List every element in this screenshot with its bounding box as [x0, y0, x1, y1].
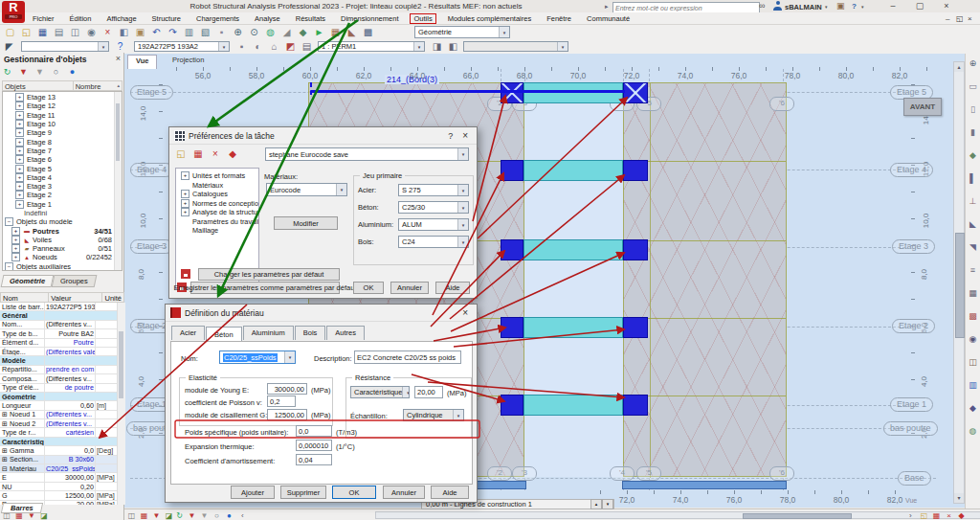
grid-icon[interactable]: ▦	[968, 287, 979, 299]
load-case-combo[interactable]: 1 : PERM1 ▾	[318, 41, 425, 52]
property-grid-header[interactable]: Nom Valeur Unité	[0, 292, 124, 303]
property-row[interactable]: ⊞ Noeud 1 (Différentes v...	[0, 411, 117, 419]
support-icon[interactable]: ⊥	[968, 195, 979, 207]
menu-item[interactable]: Affichage	[102, 13, 140, 24]
chevron-down-icon[interactable]: ▾	[457, 148, 468, 160]
home-view-icon[interactable]: ⌂	[268, 40, 280, 53]
expand-icon[interactable]: +	[15, 147, 24, 155]
bars-table-icon[interactable]: ▦	[14, 511, 24, 520]
expand-icon[interactable]: +	[15, 191, 24, 199]
tree-item-story[interactable]: + Etage 5	[3, 164, 122, 172]
minimize-button[interactable]: –	[882, 1, 903, 11]
template-view-icon[interactable]: ▯	[968, 103, 979, 115]
select-pointer-icon[interactable]: ◤	[3, 40, 15, 53]
coupling-beam-story2[interactable]	[501, 317, 648, 338]
unit-weight-field[interactable]: 0,0	[296, 425, 332, 437]
preferences-tree-item[interactable]: + Catalogues	[176, 190, 258, 199]
expand-icon[interactable]: +	[15, 182, 24, 191]
preferences-tree-item[interactable]: + Matériaux	[176, 181, 258, 191]
coupling-beam-story3[interactable]	[501, 239, 648, 260]
search-icon[interactable]: ○	[51, 67, 61, 78]
prev-case-icon[interactable]: ◨	[431, 40, 443, 53]
help-icon[interactable]: ?	[852, 2, 857, 11]
next-case-icon[interactable]: ◧	[447, 40, 459, 53]
material-tab[interactable]: Bois	[295, 326, 326, 340]
beam-end-node[interactable]	[623, 82, 648, 103]
tree-item-object[interactable]: + ▲ Noeuds 0/22452	[3, 253, 122, 261]
property-row[interactable]: Composa... (Différentes v...	[0, 374, 117, 383]
help-button[interactable]: Aide	[435, 282, 470, 294]
default-preferences-icon[interactable]: ◆	[956, 510, 967, 520]
poisson-field[interactable]: 0,2	[267, 396, 296, 407]
tree-item-story[interactable]: + Etage 9	[3, 128, 122, 137]
property-row[interactable]: G 12500,00 [MPa]	[0, 491, 117, 500]
resistance-value-field[interactable]: 20,00	[414, 386, 443, 398]
material-definition-dialog[interactable]: Définition du matériau × AcierBétonAlumi…	[165, 304, 478, 503]
expand-icon[interactable]: +	[11, 227, 20, 236]
mdi-minimize-button[interactable]: –	[946, 14, 949, 23]
info-icon[interactable]: ●	[224, 510, 234, 520]
tree-item-story[interactable]: + Etage 8	[3, 137, 122, 146]
property-row[interactable]: Nom... (Différentes v...	[0, 321, 117, 329]
selection-filter-icon[interactable]: ▼	[27, 511, 36, 520]
print-preview-icon[interactable]: ◫	[69, 26, 81, 38]
profile-icon[interactable]: ▌	[968, 172, 979, 184]
beam-body[interactable]	[523, 160, 623, 181]
dialog-help-button[interactable]: ?	[442, 131, 458, 141]
property-row[interactable]: Élément d... Poutre	[0, 339, 117, 348]
print-icon[interactable]: ▤	[53, 26, 65, 38]
node-icon[interactable]: ◉	[968, 333, 979, 345]
stories-view-icon[interactable]: ◩	[284, 40, 297, 53]
property-row[interactable]: ⊞ Gamma 0,0 [Deg]	[0, 446, 117, 455]
modify-button[interactable]: Modifier	[274, 216, 338, 230]
property-row[interactable]: ⊞ Section... B 30x60	[0, 456, 117, 464]
beam-end-node[interactable]	[501, 160, 523, 181]
display-filter-icon[interactable]: ◐	[252, 40, 264, 53]
expand-icon[interactable]: +	[15, 173, 24, 182]
mesh-icon[interactable]: ▩	[968, 310, 979, 322]
undo-icon[interactable]: ↶	[150, 26, 163, 38]
view-rotate-icon[interactable]: ⊕	[968, 57, 979, 69]
help-button[interactable]: Aide	[431, 486, 469, 499]
property-row[interactable]: ⊞ Noeud 2 (Différentes v...	[0, 419, 117, 428]
scroll-right-icon[interactable]: ›	[909, 511, 912, 520]
beam-end-node[interactable]	[623, 239, 648, 260]
open-preferences-icon[interactable]: ◱	[175, 147, 187, 159]
tab-geometrie[interactable]: Géométrie	[1, 275, 55, 287]
tree-group-aux[interactable]: − Objets auxiliaires	[3, 262, 122, 271]
ok-button[interactable]: OK	[332, 486, 376, 499]
chevron-down-icon[interactable]: ▾	[413, 42, 424, 51]
property-row[interactable]: Longueur 0,60 [m]	[0, 401, 117, 410]
property-row[interactable]: Caractéristiques	[0, 438, 117, 446]
tree-item-story[interactable]: + Etage 6	[3, 155, 122, 164]
menu-item[interactable]: Fenêtre	[543, 13, 575, 24]
cancel-button[interactable]: Annuler	[383, 486, 425, 499]
thermal-field[interactable]: 0,000010	[296, 440, 332, 451]
job-preferences-dialog[interactable]: Préférences de la tâche ? × ◱▦×◆ stephan…	[168, 126, 478, 299]
expand-icon[interactable]: +	[11, 253, 20, 261]
coupling-beam-story5[interactable]	[501, 82, 648, 103]
export-icon[interactable]: ◪	[39, 511, 49, 520]
column-icon[interactable]: ▮	[968, 126, 979, 138]
cancel-button[interactable]: Annuler	[390, 282, 429, 294]
panel-filter-icon[interactable]: ◫	[2, 511, 11, 520]
collapse-icon[interactable]: −	[5, 217, 13, 226]
preferences-tree-item[interactable]: + Maillage	[176, 226, 258, 236]
menu-item[interactable]: Communauté	[583, 13, 634, 24]
menu-item[interactable]: Chargements	[192, 13, 243, 24]
preferences-tree-item[interactable]: + Unités et formats	[176, 171, 258, 181]
pan-icon[interactable]: ◍	[264, 26, 277, 38]
filter-icon[interactable]: ▼	[18, 67, 29, 78]
tables-icon[interactable]: ▥	[183, 26, 195, 38]
property-row[interactable]: Type de r... cartésien	[0, 428, 117, 437]
zoom-window-icon[interactable]: ⊙	[248, 26, 260, 38]
tab-vue[interactable]: Vue	[127, 55, 157, 69]
preferences-tree-item[interactable]: + Normes de conception	[176, 199, 258, 209]
open-icon[interactable]: ◱	[20, 26, 33, 38]
beam-body[interactable]	[523, 239, 623, 260]
help-dropdown-icon[interactable]: ▾	[861, 4, 864, 10]
dialog-close-button[interactable]: ×	[458, 307, 472, 318]
close-button[interactable]: ×	[936, 1, 957, 11]
diamond-section-icon[interactable]: ◆	[968, 149, 979, 161]
property-row[interactable]: Type de b... Poutre BA2	[0, 329, 117, 338]
